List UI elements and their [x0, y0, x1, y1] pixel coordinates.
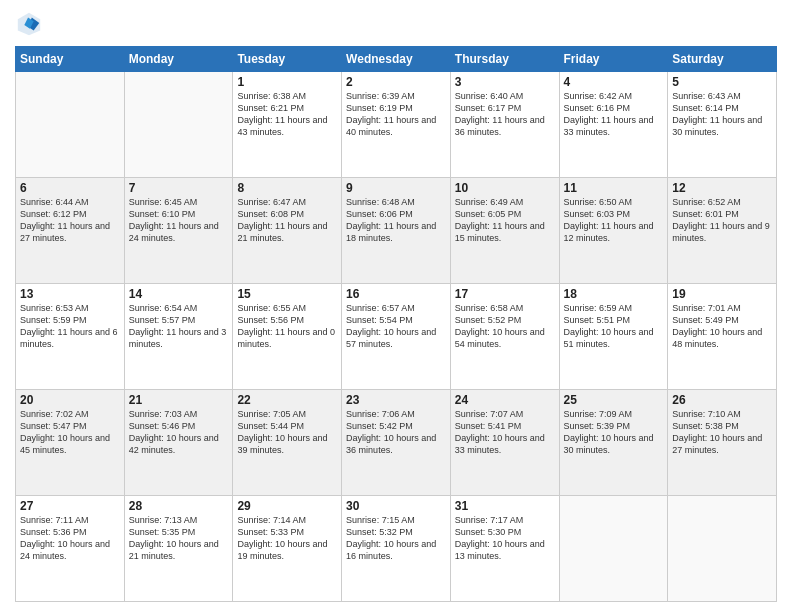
day-info: Sunrise: 6:57 AM Sunset: 5:54 PM Dayligh…	[346, 302, 446, 351]
day-info: Sunrise: 7:13 AM Sunset: 5:35 PM Dayligh…	[129, 514, 229, 563]
calendar-cell: 13Sunrise: 6:53 AM Sunset: 5:59 PM Dayli…	[16, 284, 125, 390]
day-info: Sunrise: 6:54 AM Sunset: 5:57 PM Dayligh…	[129, 302, 229, 351]
day-info: Sunrise: 6:45 AM Sunset: 6:10 PM Dayligh…	[129, 196, 229, 245]
day-info: Sunrise: 7:14 AM Sunset: 5:33 PM Dayligh…	[237, 514, 337, 563]
day-number: 21	[129, 393, 229, 407]
calendar-cell: 1Sunrise: 6:38 AM Sunset: 6:21 PM Daylig…	[233, 72, 342, 178]
day-number: 13	[20, 287, 120, 301]
day-number: 2	[346, 75, 446, 89]
day-number: 10	[455, 181, 555, 195]
day-number: 19	[672, 287, 772, 301]
weekday-header-tuesday: Tuesday	[233, 47, 342, 72]
day-info: Sunrise: 7:17 AM Sunset: 5:30 PM Dayligh…	[455, 514, 555, 563]
day-number: 24	[455, 393, 555, 407]
day-info: Sunrise: 6:40 AM Sunset: 6:17 PM Dayligh…	[455, 90, 555, 139]
week-row-5: 27Sunrise: 7:11 AM Sunset: 5:36 PM Dayli…	[16, 496, 777, 602]
calendar-cell: 24Sunrise: 7:07 AM Sunset: 5:41 PM Dayli…	[450, 390, 559, 496]
day-info: Sunrise: 7:06 AM Sunset: 5:42 PM Dayligh…	[346, 408, 446, 457]
logo-icon	[15, 10, 43, 38]
calendar-cell: 22Sunrise: 7:05 AM Sunset: 5:44 PM Dayli…	[233, 390, 342, 496]
day-number: 14	[129, 287, 229, 301]
week-row-2: 6Sunrise: 6:44 AM Sunset: 6:12 PM Daylig…	[16, 178, 777, 284]
calendar-cell	[668, 496, 777, 602]
day-number: 12	[672, 181, 772, 195]
week-row-3: 13Sunrise: 6:53 AM Sunset: 5:59 PM Dayli…	[16, 284, 777, 390]
day-number: 23	[346, 393, 446, 407]
day-number: 5	[672, 75, 772, 89]
day-number: 4	[564, 75, 664, 89]
day-info: Sunrise: 7:15 AM Sunset: 5:32 PM Dayligh…	[346, 514, 446, 563]
calendar-cell: 11Sunrise: 6:50 AM Sunset: 6:03 PM Dayli…	[559, 178, 668, 284]
weekday-header-friday: Friday	[559, 47, 668, 72]
day-number: 27	[20, 499, 120, 513]
weekday-header-saturday: Saturday	[668, 47, 777, 72]
calendar-cell: 14Sunrise: 6:54 AM Sunset: 5:57 PM Dayli…	[124, 284, 233, 390]
calendar-cell: 21Sunrise: 7:03 AM Sunset: 5:46 PM Dayli…	[124, 390, 233, 496]
day-number: 11	[564, 181, 664, 195]
day-number: 8	[237, 181, 337, 195]
day-number: 20	[20, 393, 120, 407]
calendar: SundayMondayTuesdayWednesdayThursdayFrid…	[15, 46, 777, 602]
logo	[15, 10, 47, 38]
day-info: Sunrise: 6:47 AM Sunset: 6:08 PM Dayligh…	[237, 196, 337, 245]
calendar-cell: 17Sunrise: 6:58 AM Sunset: 5:52 PM Dayli…	[450, 284, 559, 390]
week-row-4: 20Sunrise: 7:02 AM Sunset: 5:47 PM Dayli…	[16, 390, 777, 496]
page: SundayMondayTuesdayWednesdayThursdayFrid…	[0, 0, 792, 612]
week-row-1: 1Sunrise: 6:38 AM Sunset: 6:21 PM Daylig…	[16, 72, 777, 178]
day-info: Sunrise: 6:38 AM Sunset: 6:21 PM Dayligh…	[237, 90, 337, 139]
weekday-header-row: SundayMondayTuesdayWednesdayThursdayFrid…	[16, 47, 777, 72]
day-info: Sunrise: 6:39 AM Sunset: 6:19 PM Dayligh…	[346, 90, 446, 139]
day-number: 25	[564, 393, 664, 407]
calendar-cell: 10Sunrise: 6:49 AM Sunset: 6:05 PM Dayli…	[450, 178, 559, 284]
day-number: 9	[346, 181, 446, 195]
day-info: Sunrise: 7:07 AM Sunset: 5:41 PM Dayligh…	[455, 408, 555, 457]
day-info: Sunrise: 6:52 AM Sunset: 6:01 PM Dayligh…	[672, 196, 772, 245]
calendar-cell: 20Sunrise: 7:02 AM Sunset: 5:47 PM Dayli…	[16, 390, 125, 496]
weekday-header-sunday: Sunday	[16, 47, 125, 72]
day-number: 26	[672, 393, 772, 407]
day-number: 30	[346, 499, 446, 513]
header	[15, 10, 777, 38]
calendar-cell: 28Sunrise: 7:13 AM Sunset: 5:35 PM Dayli…	[124, 496, 233, 602]
day-number: 17	[455, 287, 555, 301]
weekday-header-monday: Monday	[124, 47, 233, 72]
calendar-cell: 25Sunrise: 7:09 AM Sunset: 5:39 PM Dayli…	[559, 390, 668, 496]
calendar-cell: 29Sunrise: 7:14 AM Sunset: 5:33 PM Dayli…	[233, 496, 342, 602]
calendar-cell: 7Sunrise: 6:45 AM Sunset: 6:10 PM Daylig…	[124, 178, 233, 284]
day-info: Sunrise: 6:49 AM Sunset: 6:05 PM Dayligh…	[455, 196, 555, 245]
day-number: 7	[129, 181, 229, 195]
day-number: 15	[237, 287, 337, 301]
calendar-cell: 16Sunrise: 6:57 AM Sunset: 5:54 PM Dayli…	[342, 284, 451, 390]
day-number: 28	[129, 499, 229, 513]
day-info: Sunrise: 6:44 AM Sunset: 6:12 PM Dayligh…	[20, 196, 120, 245]
day-info: Sunrise: 6:42 AM Sunset: 6:16 PM Dayligh…	[564, 90, 664, 139]
calendar-cell: 23Sunrise: 7:06 AM Sunset: 5:42 PM Dayli…	[342, 390, 451, 496]
day-info: Sunrise: 6:48 AM Sunset: 6:06 PM Dayligh…	[346, 196, 446, 245]
calendar-cell: 30Sunrise: 7:15 AM Sunset: 5:32 PM Dayli…	[342, 496, 451, 602]
day-number: 1	[237, 75, 337, 89]
calendar-cell: 19Sunrise: 7:01 AM Sunset: 5:49 PM Dayli…	[668, 284, 777, 390]
calendar-cell: 9Sunrise: 6:48 AM Sunset: 6:06 PM Daylig…	[342, 178, 451, 284]
calendar-cell: 2Sunrise: 6:39 AM Sunset: 6:19 PM Daylig…	[342, 72, 451, 178]
calendar-cell	[16, 72, 125, 178]
calendar-cell: 6Sunrise: 6:44 AM Sunset: 6:12 PM Daylig…	[16, 178, 125, 284]
day-number: 16	[346, 287, 446, 301]
day-number: 6	[20, 181, 120, 195]
calendar-cell: 5Sunrise: 6:43 AM Sunset: 6:14 PM Daylig…	[668, 72, 777, 178]
weekday-header-wednesday: Wednesday	[342, 47, 451, 72]
day-info: Sunrise: 7:03 AM Sunset: 5:46 PM Dayligh…	[129, 408, 229, 457]
day-info: Sunrise: 7:02 AM Sunset: 5:47 PM Dayligh…	[20, 408, 120, 457]
day-number: 18	[564, 287, 664, 301]
calendar-cell: 31Sunrise: 7:17 AM Sunset: 5:30 PM Dayli…	[450, 496, 559, 602]
day-info: Sunrise: 6:43 AM Sunset: 6:14 PM Dayligh…	[672, 90, 772, 139]
calendar-cell: 3Sunrise: 6:40 AM Sunset: 6:17 PM Daylig…	[450, 72, 559, 178]
calendar-cell	[124, 72, 233, 178]
day-number: 29	[237, 499, 337, 513]
day-number: 22	[237, 393, 337, 407]
calendar-cell: 26Sunrise: 7:10 AM Sunset: 5:38 PM Dayli…	[668, 390, 777, 496]
day-info: Sunrise: 6:58 AM Sunset: 5:52 PM Dayligh…	[455, 302, 555, 351]
calendar-cell: 8Sunrise: 6:47 AM Sunset: 6:08 PM Daylig…	[233, 178, 342, 284]
calendar-cell: 12Sunrise: 6:52 AM Sunset: 6:01 PM Dayli…	[668, 178, 777, 284]
day-info: Sunrise: 7:09 AM Sunset: 5:39 PM Dayligh…	[564, 408, 664, 457]
day-info: Sunrise: 7:11 AM Sunset: 5:36 PM Dayligh…	[20, 514, 120, 563]
